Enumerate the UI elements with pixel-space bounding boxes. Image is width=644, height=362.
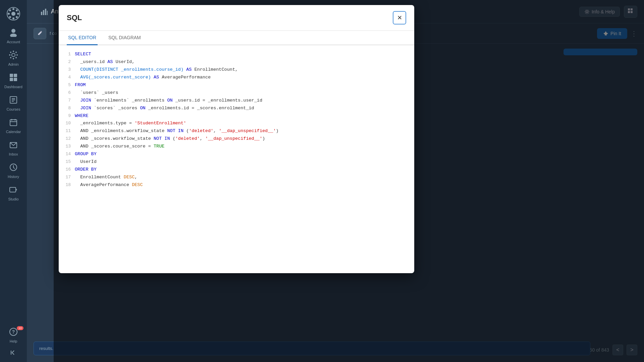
sidebar-item-label: Inbox <box>9 152 18 156</box>
sidebar-item-label: Dashboard <box>4 85 22 89</box>
svg-rect-42 <box>11 351 11 355</box>
sidebar-item-calendar[interactable]: Calendar <box>1 115 26 136</box>
table-row: 7 JOIN `enrollments` _enrollments ON _us… <box>59 97 414 105</box>
table-row: 16ORDER BY <box>59 166 414 174</box>
code-line-content: ORDER BY <box>75 166 414 174</box>
sidebar: Account Admin <box>0 0 27 362</box>
line-number: 6 <box>59 89 75 97</box>
tab-sql-diagram[interactable]: SQL DIAGRAM <box>107 31 142 45</box>
table-row: 18 AveragePerformance DESC <box>59 181 414 189</box>
table-row: 6 `users` _users <box>59 89 414 97</box>
sidebar-item-label: Calendar <box>6 130 21 134</box>
svg-rect-37 <box>10 187 16 192</box>
modal-overlay: SQL ✕ SQL EDITOR SQL DIAGRAM 1SELECT2 _u… <box>54 0 644 362</box>
svg-point-14 <box>13 58 14 59</box>
code-line-content: SELECT <box>75 51 414 58</box>
sidebar-item-studio[interactable]: Studio <box>1 183 26 204</box>
tab-sql-editor[interactable]: SQL EDITOR <box>67 31 98 45</box>
table-row: 9WHERE <box>59 112 414 120</box>
code-line-content: GROUP BY <box>75 150 414 158</box>
sidebar-item-label: Help <box>10 339 17 343</box>
table-row: 12 AND _scores.workflow_state NOT IN ('d… <box>59 135 414 143</box>
inbox-icon <box>9 140 18 151</box>
line-number: 10 <box>59 120 75 127</box>
code-line-content: COUNT(DISTINCT _enrollments.course_id) A… <box>75 66 414 74</box>
svg-rect-22 <box>14 74 17 77</box>
line-number: 8 <box>59 105 75 112</box>
svg-rect-21 <box>10 74 13 77</box>
line-number: 2 <box>59 58 75 66</box>
code-line-content: JOIN `enrollments` _enrollments ON _user… <box>75 97 414 105</box>
modal-close-button[interactable]: ✕ <box>393 11 406 24</box>
line-number: 1 <box>59 51 75 58</box>
sidebar-logo[interactable] <box>1 4 26 23</box>
line-number: 14 <box>59 150 75 158</box>
dashboard-icon <box>9 73 18 84</box>
sidebar-item-label: Courses <box>7 107 20 111</box>
line-number: 3 <box>59 66 75 73</box>
svg-point-15 <box>9 54 10 56</box>
svg-point-8 <box>16 9 18 11</box>
svg-rect-24 <box>14 78 17 81</box>
svg-rect-44 <box>43 10 44 15</box>
svg-text:?: ? <box>12 329 15 335</box>
svg-point-13 <box>13 51 14 52</box>
sidebar-item-dashboard[interactable]: Dashboard <box>1 70 26 92</box>
sidebar-item-admin[interactable]: Admin <box>1 48 26 69</box>
table-row: 15 UserId <box>59 158 414 166</box>
table-row: 3 COUNT(DISTINCT _enrollments.course_id)… <box>59 66 414 74</box>
sidebar-item-label: Studio <box>8 197 18 201</box>
pencil-button[interactable] <box>34 28 46 39</box>
svg-point-1 <box>11 12 15 16</box>
history-icon <box>9 163 18 174</box>
sidebar-bottom: ? 10 Help <box>1 324 26 359</box>
modal-title: SQL <box>67 13 82 22</box>
table-row: 14GROUP BY <box>59 150 414 158</box>
sidebar-item-help[interactable]: ? 10 Help <box>1 325 26 346</box>
line-number: 5 <box>59 81 75 89</box>
sidebar-item-inbox[interactable]: Inbox <box>1 138 26 159</box>
calendar-icon <box>9 118 18 129</box>
table-row: 11 AND _enrollments.workflow_state NOT I… <box>59 127 414 135</box>
sql-editor-content[interactable]: 1SELECT2 _users.id AS UserId,3 COUNT(DIS… <box>59 45 414 273</box>
svg-rect-29 <box>10 120 17 126</box>
code-line-content: WHERE <box>75 112 414 120</box>
admin-icon <box>9 51 18 61</box>
svg-point-18 <box>15 57 17 58</box>
svg-point-16 <box>16 54 18 56</box>
table-row: 8 JOIN `scores` _scores ON _enrollments.… <box>59 105 414 112</box>
pencil-icon <box>37 30 43 36</box>
svg-point-2 <box>12 8 14 10</box>
main-content: Analytics Hub Info & Help <box>27 0 644 362</box>
courses-icon <box>9 96 18 106</box>
svg-rect-45 <box>45 9 46 15</box>
sidebar-item-account[interactable]: Account <box>1 25 26 47</box>
code-line-content: `users` _users <box>75 89 414 97</box>
table-row: 10 _enrollments.type = 'StudentEnrollmen… <box>59 120 414 127</box>
svg-point-7 <box>16 16 18 18</box>
table-row: 2 _users.id AS UserId, <box>59 58 414 66</box>
account-icon <box>9 27 18 39</box>
line-number: 9 <box>59 112 75 120</box>
code-line-content: AND _scores.course_score = TRUE <box>75 143 414 150</box>
modal-tabs: SQL EDITOR SQL DIAGRAM <box>59 31 414 45</box>
code-line-content: JOIN `scores` _scores ON _enrollments.id… <box>75 105 414 112</box>
svg-point-10 <box>11 29 15 33</box>
svg-point-19 <box>15 52 17 53</box>
code-line-content: FROM <box>75 81 414 89</box>
svg-point-20 <box>10 57 11 58</box>
studio-icon <box>9 185 18 196</box>
code-line-content: _enrollments.type = 'StudentEnrollment' <box>75 120 414 127</box>
svg-point-12 <box>12 53 15 57</box>
table-row: 1SELECT <box>59 51 414 58</box>
table-row: 13 AND _scores.course_score = TRUE <box>59 143 414 150</box>
sidebar-item-label: Admin <box>8 62 18 66</box>
line-number: 15 <box>59 158 75 166</box>
svg-point-9 <box>9 16 11 18</box>
help-badge: 10 <box>17 326 23 330</box>
sidebar-collapse-btn[interactable] <box>1 347 26 359</box>
sidebar-item-history[interactable]: History <box>1 160 26 181</box>
line-number: 12 <box>59 135 75 142</box>
svg-point-6 <box>9 9 11 11</box>
sidebar-item-courses[interactable]: Courses <box>1 93 26 114</box>
